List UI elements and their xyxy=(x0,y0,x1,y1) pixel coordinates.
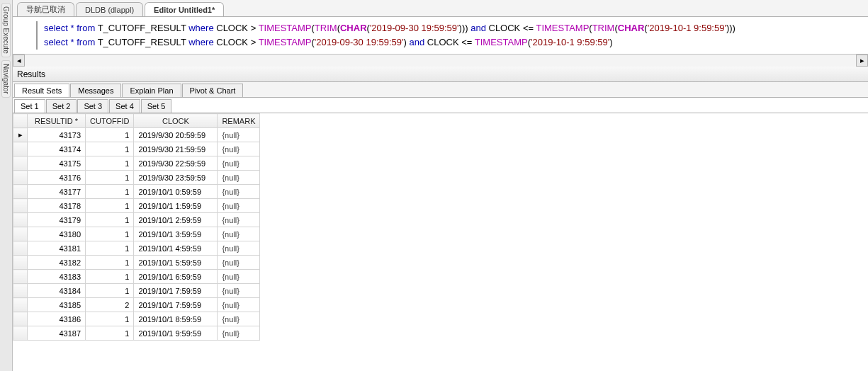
cell-resultid[interactable]: 43180 xyxy=(28,227,86,241)
cell-resultid[interactable]: 43184 xyxy=(28,284,86,298)
cell-cutoffid[interactable]: 1 xyxy=(86,142,134,156)
cell-cutoffid[interactable]: 1 xyxy=(86,326,134,341)
cell-resultid[interactable]: 43178 xyxy=(28,199,86,213)
cell-cutoffid[interactable]: 1 xyxy=(86,199,134,213)
col-header-remark[interactable]: REMARK xyxy=(218,114,260,128)
table-row[interactable]: 4318412019/10/1 7:59:59{null} xyxy=(13,284,260,298)
table-row[interactable]: 4317712019/10/1 0:59:59{null} xyxy=(13,185,260,199)
table-row[interactable]: 4318312019/10/1 6:59:59{null} xyxy=(13,270,260,284)
row-selector[interactable] xyxy=(13,213,28,227)
cell-remark[interactable]: {null} xyxy=(218,142,260,156)
cell-clock[interactable]: 2019/10/1 5:59:59 xyxy=(134,256,218,270)
cell-cutoffid[interactable]: 1 xyxy=(86,156,134,171)
editor-horizontal-scrollbar[interactable]: ◂ ▸ xyxy=(13,55,868,67)
side-tab-navigator[interactable]: Navigator xyxy=(1,60,11,98)
cell-resultid[interactable]: 43179 xyxy=(28,213,86,227)
cell-remark[interactable]: {null} xyxy=(218,270,260,284)
tab-editor-untitled1[interactable]: Editor Untitled1* xyxy=(145,2,224,16)
cell-clock[interactable]: 2019/10/1 3:59:59 xyxy=(134,227,218,241)
row-selector-header[interactable] xyxy=(13,114,28,128)
cell-resultid[interactable]: 43176 xyxy=(28,171,86,185)
sql-editor[interactable]: select * from T_CUTOFF_RESULT where CLOC… xyxy=(13,17,868,55)
tab-set-3[interactable]: Set 3 xyxy=(77,99,108,113)
tab-set-4[interactable]: Set 4 xyxy=(109,99,140,113)
cell-cutoffid[interactable]: 1 xyxy=(86,284,134,298)
cell-resultid[interactable]: 43186 xyxy=(28,312,86,326)
table-row[interactable]: ▸4317312019/9/30 20:59:59{null} xyxy=(13,128,260,142)
cell-cutoffid[interactable]: 1 xyxy=(86,128,134,142)
table-row[interactable]: 4318712019/10/1 9:59:59{null} xyxy=(13,326,260,341)
cell-cutoffid[interactable]: 1 xyxy=(86,312,134,326)
cell-clock[interactable]: 2019/10/1 8:59:59 xyxy=(134,312,218,326)
cell-clock[interactable]: 2019/9/30 20:59:59 xyxy=(134,128,218,142)
cell-cutoffid[interactable]: 1 xyxy=(86,256,134,270)
cell-remark[interactable]: {null} xyxy=(218,213,260,227)
cell-resultid[interactable]: 43175 xyxy=(28,156,86,171)
cell-resultid[interactable]: 43173 xyxy=(28,128,86,142)
cell-resultid[interactable]: 43181 xyxy=(28,241,86,256)
cell-remark[interactable]: {null} xyxy=(218,185,260,199)
cell-cutoffid[interactable]: 1 xyxy=(86,213,134,227)
cell-clock[interactable]: 2019/10/1 1:59:59 xyxy=(134,199,218,213)
row-selector[interactable] xyxy=(13,171,28,185)
table-row[interactable]: 4317812019/10/1 1:59:59{null} xyxy=(13,199,260,213)
table-row[interactable]: 4317412019/9/30 21:59:59{null} xyxy=(13,142,260,156)
col-header-clock[interactable]: CLOCK xyxy=(134,114,218,128)
cell-remark[interactable]: {null} xyxy=(218,227,260,241)
row-selector[interactable] xyxy=(13,284,28,298)
tab-nav-cancelled[interactable]: 导航已取消 xyxy=(17,2,74,16)
tab-set-1[interactable]: Set 1 xyxy=(14,99,45,113)
cell-clock[interactable]: 2019/9/30 23:59:59 xyxy=(134,171,218,185)
scroll-left-icon[interactable]: ◂ xyxy=(13,55,25,67)
tab-pivot-chart[interactable]: Pivot & Chart xyxy=(182,84,244,97)
cell-resultid[interactable]: 43185 xyxy=(28,298,86,312)
cell-clock[interactable]: 2019/9/30 21:59:59 xyxy=(134,142,218,156)
cell-remark[interactable]: {null} xyxy=(218,284,260,298)
cell-clock[interactable]: 2019/9/30 22:59:59 xyxy=(134,156,218,171)
row-selector[interactable] xyxy=(13,270,28,284)
cell-remark[interactable]: {null} xyxy=(218,241,260,256)
table-row[interactable]: 4318522019/10/1 7:59:59{null} xyxy=(13,298,260,312)
cell-remark[interactable]: {null} xyxy=(218,312,260,326)
cell-clock[interactable]: 2019/10/1 9:59:59 xyxy=(134,326,218,341)
row-selector[interactable] xyxy=(13,298,28,312)
table-row[interactable]: 4317512019/9/30 22:59:59{null} xyxy=(13,156,260,171)
cell-resultid[interactable]: 43183 xyxy=(28,270,86,284)
row-selector[interactable] xyxy=(13,142,28,156)
tab-explain-plan[interactable]: Explain Plan xyxy=(122,84,181,97)
row-selector[interactable] xyxy=(13,241,28,256)
cell-clock[interactable]: 2019/10/1 0:59:59 xyxy=(134,185,218,199)
cell-cutoffid[interactable]: 1 xyxy=(86,270,134,284)
row-selector[interactable] xyxy=(13,227,28,241)
row-selector[interactable]: ▸ xyxy=(13,128,28,142)
scroll-right-icon[interactable]: ▸ xyxy=(856,55,868,67)
cell-cutoffid[interactable]: 1 xyxy=(86,171,134,185)
tab-set-2[interactable]: Set 2 xyxy=(46,99,77,113)
cell-cutoffid[interactable]: 1 xyxy=(86,185,134,199)
scroll-track[interactable] xyxy=(25,55,856,67)
table-row[interactable]: 4318012019/10/1 3:59:59{null} xyxy=(13,227,260,241)
cell-clock[interactable]: 2019/10/1 2:59:59 xyxy=(134,213,218,227)
cell-resultid[interactable]: 43187 xyxy=(28,326,86,341)
cell-remark[interactable]: {null} xyxy=(218,256,260,270)
col-header-cutoffid[interactable]: CUTOFFID xyxy=(86,114,134,128)
cell-clock[interactable]: 2019/10/1 7:59:59 xyxy=(134,284,218,298)
cell-cutoffid[interactable]: 2 xyxy=(86,298,134,312)
cell-remark[interactable]: {null} xyxy=(218,199,260,213)
tab-messages[interactable]: Messages xyxy=(70,84,121,97)
cell-clock[interactable]: 2019/10/1 7:59:59 xyxy=(134,298,218,312)
tab-set-5[interactable]: Set 5 xyxy=(141,99,172,113)
tab-dldb[interactable]: DLDB (dlappl) xyxy=(76,2,143,16)
row-selector[interactable] xyxy=(13,256,28,270)
table-row[interactable]: 4317612019/9/30 23:59:59{null} xyxy=(13,171,260,185)
row-selector[interactable] xyxy=(13,312,28,326)
cell-remark[interactable]: {null} xyxy=(218,171,260,185)
row-selector[interactable] xyxy=(13,156,28,171)
col-header-resultid[interactable]: RESULTID * xyxy=(28,114,86,128)
cell-resultid[interactable]: 43177 xyxy=(28,185,86,199)
cell-clock[interactable]: 2019/10/1 4:59:59 xyxy=(134,241,218,256)
row-selector[interactable] xyxy=(13,199,28,213)
cell-cutoffid[interactable]: 1 xyxy=(86,241,134,256)
cell-cutoffid[interactable]: 1 xyxy=(86,227,134,241)
cell-remark[interactable]: {null} xyxy=(218,156,260,171)
